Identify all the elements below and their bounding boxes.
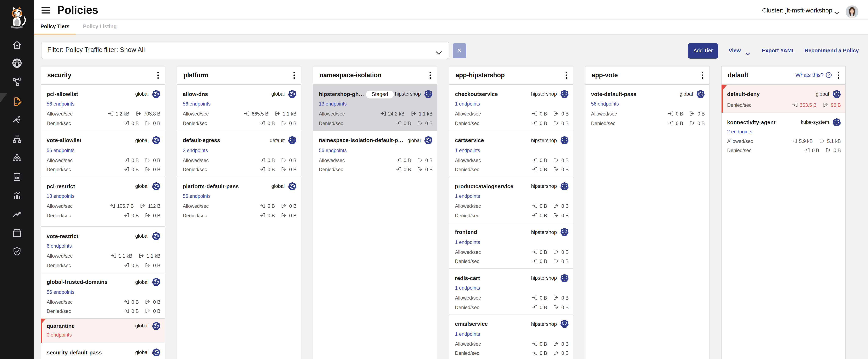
svg-text:ns: ns [428, 95, 429, 97]
svg-text:ns: ns [564, 325, 565, 327]
svg-text:ns: ns [564, 279, 565, 281]
svg-text:ns: ns [564, 95, 565, 97]
svg-text:?: ? [828, 73, 830, 77]
svg-text:ns: ns [564, 141, 565, 143]
svg-text:ns: ns [291, 141, 293, 143]
svg-text:ns: ns [564, 187, 565, 189]
svg-text:ns: ns [564, 233, 565, 235]
svg-text:ns: ns [836, 123, 837, 125]
